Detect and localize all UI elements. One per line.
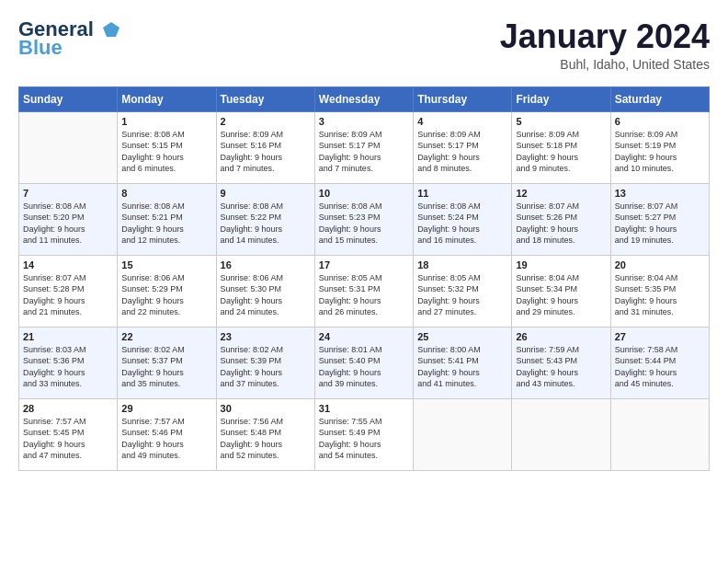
day-info: Sunrise: 8:08 AM Sunset: 5:22 PM Dayligh…: [221, 201, 311, 247]
logo-flag-icon: [101, 20, 121, 40]
calendar-cell: 23Sunrise: 8:02 AM Sunset: 5:39 PM Dayli…: [216, 327, 314, 398]
day-info: Sunrise: 8:07 AM Sunset: 5:27 PM Dayligh…: [615, 201, 705, 247]
header-row: SundayMondayTuesdayWednesdayThursdayFrid…: [19, 86, 710, 111]
calendar-cell: 30Sunrise: 7:56 AM Sunset: 5:48 PM Dayli…: [216, 398, 314, 470]
day-number: 14: [23, 259, 113, 270]
calendar-cell: 9Sunrise: 8:08 AM Sunset: 5:22 PM Daylig…: [216, 183, 314, 255]
day-number: 20: [615, 259, 705, 270]
location: Buhl, Idaho, United States: [500, 57, 710, 72]
day-header-monday: Monday: [118, 86, 216, 111]
day-header-friday: Friday: [512, 86, 610, 111]
calendar-cell: 11Sunrise: 8:08 AM Sunset: 5:24 PM Dayli…: [414, 183, 512, 255]
day-header-thursday: Thursday: [414, 86, 512, 111]
day-number: 18: [417, 259, 507, 270]
week-row-5: 28Sunrise: 7:57 AM Sunset: 5:45 PM Dayli…: [19, 398, 710, 470]
calendar-cell: 1Sunrise: 8:08 AM Sunset: 5:15 PM Daylig…: [118, 111, 216, 183]
day-number: 15: [121, 259, 211, 270]
day-number: 27: [615, 331, 705, 342]
calendar-cell: 16Sunrise: 8:06 AM Sunset: 5:30 PM Dayli…: [216, 255, 314, 327]
day-number: 16: [221, 259, 311, 270]
day-header-sunday: Sunday: [19, 86, 118, 111]
calendar-table: SundayMondayTuesdayWednesdayThursdayFrid…: [18, 86, 710, 471]
calendar-cell: 26Sunrise: 7:59 AM Sunset: 5:43 PM Dayli…: [512, 327, 610, 398]
day-number: 31: [319, 403, 409, 414]
calendar-cell: 20Sunrise: 8:04 AM Sunset: 5:35 PM Dayli…: [610, 255, 709, 327]
day-header-wednesday: Wednesday: [314, 86, 413, 111]
day-info: Sunrise: 8:06 AM Sunset: 5:29 PM Dayligh…: [121, 272, 211, 318]
day-info: Sunrise: 8:09 AM Sunset: 5:19 PM Dayligh…: [615, 129, 705, 175]
day-number: 9: [221, 188, 311, 199]
calendar-cell: [414, 398, 512, 470]
day-number: 22: [121, 331, 211, 342]
calendar-cell: 19Sunrise: 8:04 AM Sunset: 5:34 PM Dayli…: [512, 255, 610, 327]
day-info: Sunrise: 8:05 AM Sunset: 5:31 PM Dayligh…: [319, 272, 409, 318]
page-container: General Blue January 2024 Buhl, Idaho, U…: [0, 0, 728, 480]
day-number: 30: [221, 403, 311, 414]
week-row-4: 21Sunrise: 8:03 AM Sunset: 5:36 PM Dayli…: [19, 327, 710, 398]
day-info: Sunrise: 8:06 AM Sunset: 5:30 PM Dayligh…: [221, 272, 311, 318]
calendar-cell: [512, 398, 610, 470]
day-number: 26: [516, 331, 606, 342]
day-info: Sunrise: 7:59 AM Sunset: 5:43 PM Dayligh…: [516, 344, 606, 390]
logo: General Blue: [18, 18, 121, 59]
day-header-saturday: Saturday: [610, 86, 709, 111]
calendar-cell: 5Sunrise: 8:09 AM Sunset: 5:18 PM Daylig…: [512, 111, 610, 183]
day-info: Sunrise: 8:01 AM Sunset: 5:40 PM Dayligh…: [319, 344, 409, 390]
calendar-cell: 7Sunrise: 8:08 AM Sunset: 5:20 PM Daylig…: [19, 183, 118, 255]
day-info: Sunrise: 7:57 AM Sunset: 5:45 PM Dayligh…: [23, 416, 113, 462]
calendar-cell: 10Sunrise: 8:08 AM Sunset: 5:23 PM Dayli…: [314, 183, 413, 255]
day-info: Sunrise: 8:07 AM Sunset: 5:26 PM Dayligh…: [516, 201, 606, 247]
day-info: Sunrise: 8:02 AM Sunset: 5:37 PM Dayligh…: [121, 344, 211, 390]
day-number: 5: [516, 116, 606, 127]
calendar-cell: 24Sunrise: 8:01 AM Sunset: 5:40 PM Dayli…: [314, 327, 413, 398]
calendar-cell: 31Sunrise: 7:55 AM Sunset: 5:49 PM Dayli…: [314, 398, 413, 470]
day-number: 23: [221, 331, 311, 342]
calendar-cell: 12Sunrise: 8:07 AM Sunset: 5:26 PM Dayli…: [512, 183, 610, 255]
day-number: 12: [516, 188, 606, 199]
day-info: Sunrise: 8:09 AM Sunset: 5:18 PM Dayligh…: [516, 129, 606, 175]
header: General Blue January 2024 Buhl, Idaho, U…: [18, 18, 710, 72]
day-number: 13: [615, 188, 705, 199]
day-number: 25: [417, 331, 507, 342]
day-number: 3: [319, 116, 409, 127]
day-info: Sunrise: 8:09 AM Sunset: 5:17 PM Dayligh…: [417, 129, 507, 175]
day-info: Sunrise: 8:08 AM Sunset: 5:15 PM Dayligh…: [121, 129, 211, 175]
calendar-cell: 6Sunrise: 8:09 AM Sunset: 5:19 PM Daylig…: [610, 111, 709, 183]
week-row-3: 14Sunrise: 8:07 AM Sunset: 5:28 PM Dayli…: [19, 255, 710, 327]
day-info: Sunrise: 7:58 AM Sunset: 5:44 PM Dayligh…: [615, 344, 705, 390]
day-info: Sunrise: 7:55 AM Sunset: 5:49 PM Dayligh…: [319, 416, 409, 462]
calendar-cell: 17Sunrise: 8:05 AM Sunset: 5:31 PM Dayli…: [314, 255, 413, 327]
day-number: 11: [417, 188, 507, 199]
day-info: Sunrise: 8:02 AM Sunset: 5:39 PM Dayligh…: [221, 344, 311, 390]
calendar-cell: 13Sunrise: 8:07 AM Sunset: 5:27 PM Dayli…: [610, 183, 709, 255]
calendar-cell: 14Sunrise: 8:07 AM Sunset: 5:28 PM Dayli…: [19, 255, 118, 327]
svg-marker-0: [103, 22, 119, 37]
day-info: Sunrise: 8:07 AM Sunset: 5:28 PM Dayligh…: [23, 272, 113, 318]
calendar-cell: [610, 398, 709, 470]
day-info: Sunrise: 8:09 AM Sunset: 5:17 PM Dayligh…: [319, 129, 409, 175]
day-number: 21: [23, 331, 113, 342]
calendar-cell: [19, 111, 118, 183]
calendar-cell: 8Sunrise: 8:08 AM Sunset: 5:21 PM Daylig…: [118, 183, 216, 255]
day-info: Sunrise: 8:08 AM Sunset: 5:23 PM Dayligh…: [319, 201, 409, 247]
day-info: Sunrise: 8:05 AM Sunset: 5:32 PM Dayligh…: [417, 272, 507, 318]
day-info: Sunrise: 8:08 AM Sunset: 5:24 PM Dayligh…: [417, 201, 507, 247]
day-number: 19: [516, 259, 606, 270]
calendar-cell: 28Sunrise: 7:57 AM Sunset: 5:45 PM Dayli…: [19, 398, 118, 470]
day-info: Sunrise: 8:08 AM Sunset: 5:20 PM Dayligh…: [23, 201, 113, 247]
day-info: Sunrise: 8:04 AM Sunset: 5:34 PM Dayligh…: [516, 272, 606, 318]
day-number: 29: [121, 403, 211, 414]
day-info: Sunrise: 8:04 AM Sunset: 5:35 PM Dayligh…: [615, 272, 705, 318]
calendar-cell: 25Sunrise: 8:00 AM Sunset: 5:41 PM Dayli…: [414, 327, 512, 398]
day-info: Sunrise: 8:08 AM Sunset: 5:21 PM Dayligh…: [121, 201, 211, 247]
day-info: Sunrise: 8:03 AM Sunset: 5:36 PM Dayligh…: [23, 344, 113, 390]
month-title: January 2024: [500, 18, 710, 55]
day-info: Sunrise: 7:56 AM Sunset: 5:48 PM Dayligh…: [221, 416, 311, 462]
calendar-cell: 15Sunrise: 8:06 AM Sunset: 5:29 PM Dayli…: [118, 255, 216, 327]
calendar-cell: 21Sunrise: 8:03 AM Sunset: 5:36 PM Dayli…: [19, 327, 118, 398]
calendar-cell: 22Sunrise: 8:02 AM Sunset: 5:37 PM Dayli…: [118, 327, 216, 398]
day-number: 17: [319, 259, 409, 270]
calendar-cell: 3Sunrise: 8:09 AM Sunset: 5:17 PM Daylig…: [314, 111, 413, 183]
day-number: 10: [319, 188, 409, 199]
day-info: Sunrise: 8:00 AM Sunset: 5:41 PM Dayligh…: [417, 344, 507, 390]
